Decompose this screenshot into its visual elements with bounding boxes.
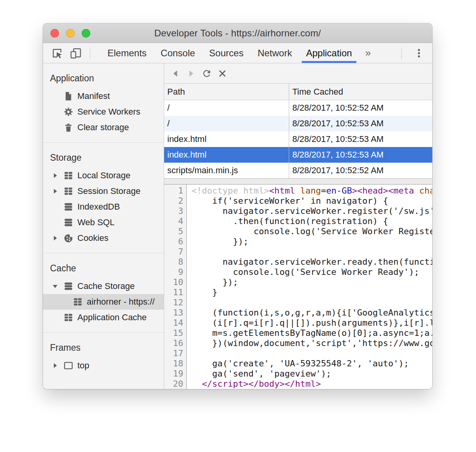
line-number: 3: [164, 206, 183, 216]
sidebar-item-airhorner-https[interactable]: airhorner - https://: [43, 294, 164, 310]
sidebar-item-label: Application Cache: [77, 312, 147, 323]
line-number: 19: [164, 369, 183, 379]
line-number: 5: [164, 226, 183, 237]
tab-strip: ElementsConsoleSourcesNetworkApplication: [100, 43, 359, 63]
more-tabs-button[interactable]: »: [361, 47, 375, 59]
sidebar-section-cache: CacheCache Storageairhorner - https://Ap…: [43, 253, 164, 333]
cell-path: index.html: [164, 147, 289, 163]
tab-console[interactable]: Console: [156, 43, 200, 63]
zoom-window-button[interactable]: [82, 29, 90, 38]
code-line: });: [191, 277, 432, 287]
sidebar-item-label: Cookies: [77, 233, 108, 243]
database-icon: [63, 217, 73, 228]
disclosure-triangle-icon[interactable]: [51, 361, 63, 370]
table-row[interactable]: /8/28/2017, 10:52:52 AM: [164, 100, 432, 116]
window-title: Developer Tools - https://airhorner.com/: [43, 28, 432, 39]
cookie-icon: [63, 233, 73, 243]
device-toolbar-icon[interactable]: [70, 47, 82, 59]
line-number: 1: [164, 186, 183, 196]
devtools-menu-icon[interactable]: [413, 47, 425, 59]
sidebar-item-session-storage[interactable]: Session Storage: [43, 183, 164, 199]
pane-splitter[interactable]: [164, 178, 432, 185]
line-number: 8: [164, 257, 183, 267]
line-number: 9: [164, 267, 183, 277]
code-line: (i[r].q=i[r].q||[]).push(arguments)},i[r…: [191, 318, 432, 328]
grid-icon: [63, 170, 73, 181]
minimize-window-button[interactable]: [66, 29, 75, 38]
code-line: console.log('Service Worker Ready');: [191, 267, 432, 277]
database-icon: [63, 281, 73, 291]
sidebar-item-service-workers[interactable]: Service Workers: [43, 104, 164, 120]
sidebar-item-label: Cache Storage: [77, 281, 135, 291]
line-number-gutter: 1234567891011121314151617181920: [164, 185, 187, 389]
code-line: console.log('Service Worker Registered')…: [191, 226, 432, 237]
close-window-button[interactable]: [50, 29, 59, 38]
line-number: 10: [164, 277, 183, 287]
grid-icon: [73, 297, 83, 307]
sidebar-item-indexeddb[interactable]: IndexedDB: [43, 199, 164, 215]
code-line: .then(function(registration) {: [191, 216, 432, 226]
grid-icon: [63, 186, 73, 196]
code-line: ga('send', 'pageview');: [191, 369, 432, 379]
cell-path: /: [164, 100, 289, 116]
sidebar-item-application-cache[interactable]: Application Cache: [43, 310, 164, 325]
expander-spacer: [51, 107, 63, 117]
inspect-element-icon[interactable]: [51, 47, 63, 59]
refresh-icon: [202, 68, 212, 79]
cell-path: index.html: [164, 131, 289, 147]
cell-time-cached: 8/28/2017, 10:52:52 AM: [289, 163, 432, 178]
back-button[interactable]: [170, 68, 181, 79]
sidebar-item-label: Session Storage: [77, 186, 140, 196]
sidebar-item-label: Manifest: [77, 91, 110, 101]
expander-spacer: [51, 91, 63, 101]
expander-spacer: [51, 123, 63, 132]
code-line: </script></body></html>: [191, 379, 432, 389]
devtools-window: Developer Tools - https://airhorner.com/…: [43, 23, 432, 389]
grid-body: /8/28/2017, 10:52:52 AM/8/28/2017, 10:52…: [164, 100, 432, 178]
code-line: navigator.serviceWorker.register('/sw.js…: [191, 206, 432, 216]
refresh-button[interactable]: [202, 68, 212, 79]
section-header-application: Application: [43, 70, 164, 86]
table-row[interactable]: /8/28/2017, 10:52:53 AM: [164, 116, 432, 131]
code-line: ga('create', 'UA-59325548-2', 'auto');: [191, 359, 432, 369]
title-bar: Developer Tools - https://airhorner.com/: [43, 23, 432, 43]
code-line: [191, 247, 432, 257]
sidebar-item-manifest[interactable]: Manifest: [43, 88, 164, 104]
code-line: <!doctype html><html lang=en-GB><head><m…: [191, 186, 432, 196]
sidebar-item-label: Service Workers: [77, 107, 140, 117]
forward-button[interactable]: [186, 68, 196, 79]
delete-button[interactable]: [217, 68, 227, 79]
line-number: 16: [164, 338, 183, 348]
table-row[interactable]: index.html8/28/2017, 10:52:53 AM: [164, 131, 432, 147]
table-row[interactable]: scripts/main.min.js8/28/2017, 10:52:52 A…: [164, 163, 432, 178]
tab-application[interactable]: Application: [301, 43, 357, 63]
cell-time-cached: 8/28/2017, 10:52:52 AM: [289, 100, 432, 116]
sidebar-item-top[interactable]: top: [43, 358, 164, 373]
tab-network[interactable]: Network: [252, 43, 297, 63]
sidebar-item-clear-storage[interactable]: Clear storage: [43, 120, 164, 135]
disclosure-triangle-icon[interactable]: [51, 171, 63, 180]
sidebar-item-cookies[interactable]: Cookies: [43, 230, 164, 246]
column-header-path[interactable]: Path: [164, 84, 289, 100]
tab-sources[interactable]: Sources: [204, 43, 249, 63]
code-lines: <!doctype html><html lang=en-GB><head><m…: [187, 185, 432, 389]
column-header-time-cached[interactable]: Time Cached: [289, 84, 432, 100]
disclosure-triangle-icon[interactable]: [51, 282, 63, 291]
line-number: 17: [164, 348, 183, 359]
section-header-storage: Storage: [43, 150, 164, 165]
sidebar-item-local-storage[interactable]: Local Storage: [43, 168, 164, 183]
sidebar-section-frames: Framestop: [43, 333, 164, 380]
tab-bar-separator: [90, 47, 90, 59]
table-row[interactable]: index.html8/28/2017, 10:52:53 AM: [164, 147, 432, 163]
tab-elements[interactable]: Elements: [102, 43, 152, 63]
disclosure-triangle-icon[interactable]: [51, 233, 63, 243]
sidebar-section-application: ApplicationManifestService WorkersClear …: [43, 63, 164, 143]
section-header-frames: Frames: [43, 340, 164, 355]
sidebar-item-cache-storage[interactable]: Cache Storage: [43, 278, 164, 294]
disclosure-triangle-icon[interactable]: [51, 187, 63, 196]
sidebar-item-web-sql[interactable]: Web SQL: [43, 215, 164, 230]
expander-spacer: [51, 218, 63, 227]
cell-time-cached: 8/28/2017, 10:52:53 AM: [289, 131, 432, 147]
line-number: 6: [164, 237, 183, 247]
cache-storage-view: Path Time Cached /8/28/2017, 10:52:52 AM…: [164, 63, 432, 389]
